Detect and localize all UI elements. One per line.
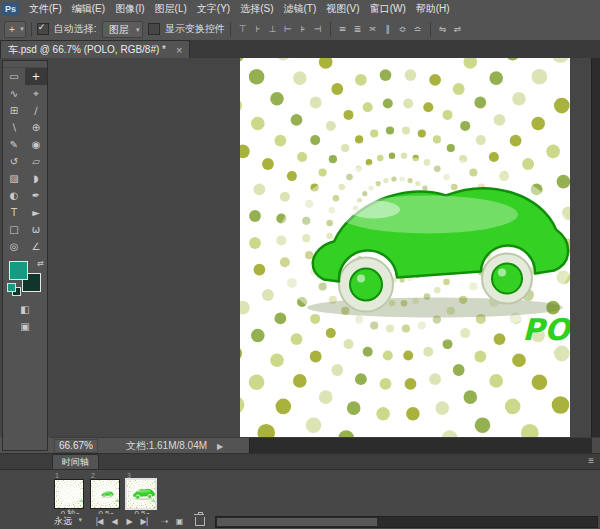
- menu-help[interactable]: 帮助(H): [411, 0, 455, 18]
- tool-preset-picker[interactable]: +: [4, 21, 26, 38]
- ruler-tool[interactable]: ∠: [25, 238, 47, 255]
- timeline-frame-3[interactable]: 3PO0.5: [126, 472, 158, 518]
- eraser-tool[interactable]: ▱: [25, 153, 47, 170]
- menu-image[interactable]: 图像(I): [110, 0, 149, 18]
- distribute-top-edges-icon[interactable]: ≡: [336, 22, 350, 37]
- options-separator: [330, 22, 331, 37]
- shape-tool[interactable]: □: [3, 221, 25, 238]
- delete-frame-button[interactable]: [195, 517, 205, 526]
- transport-controls: |◀◀▶▶|: [93, 517, 150, 526]
- distribute-horizontal-centers-icon[interactable]: ≎: [396, 22, 410, 37]
- slice-tool[interactable]: ∕: [25, 102, 47, 119]
- align-icon-group: ⊤⊦⊥⊢⊧⊣: [236, 22, 325, 37]
- lasso-tool[interactable]: ∿: [3, 85, 25, 102]
- align-bottom-edges-icon[interactable]: ⊥: [266, 22, 280, 37]
- duplicate-frame-button[interactable]: ▣: [173, 517, 185, 526]
- hand-tool[interactable]: ω: [25, 221, 47, 238]
- vertical-scrollbar[interactable]: [591, 58, 600, 437]
- tools-panel-grip[interactable]: [3, 61, 47, 68]
- document-tab[interactable]: 车.psd @ 66.7% (POLO, RGB/8#) * ×: [0, 40, 190, 58]
- first-frame-button[interactable]: |◀: [93, 517, 105, 526]
- align-horizontal-centers-icon[interactable]: ⊧: [296, 22, 310, 37]
- 3d-mode-icon[interactable]: ⇌: [451, 22, 465, 37]
- show-transform-checkbox[interactable]: [148, 23, 160, 35]
- quick-selection-tool[interactable]: ⌖: [25, 85, 47, 102]
- zoom-tool[interactable]: ◎: [3, 238, 25, 255]
- canvas-area[interactable]: PO: [50, 58, 592, 437]
- scrollbar-corner: [592, 438, 600, 454]
- menu-filter[interactable]: 滤镜(T): [279, 0, 322, 18]
- svg-text:PO: PO: [115, 500, 119, 503]
- crop-tool[interactable]: ⊞: [3, 102, 25, 119]
- svg-text:PO: PO: [79, 500, 83, 503]
- tools-panel: ▭+∿⌖⊞∕∖⊕✎◉↺▱▨◗◐✒T►□ω◎∠ ⇄ ◧▣: [2, 60, 48, 451]
- timeline-scrollbar-thumb[interactable]: [217, 518, 377, 526]
- gradient-tool[interactable]: ▨: [3, 170, 25, 187]
- pen-tool[interactable]: ✒: [25, 187, 47, 204]
- timeline-tab[interactable]: 时间轴: [52, 454, 99, 469]
- frame-thumbnail[interactable]: PO: [54, 479, 84, 509]
- distribute-vertical-centers-icon[interactable]: ≣: [351, 22, 365, 37]
- distribute-bottom-edges-icon[interactable]: ≍: [366, 22, 380, 37]
- auto-select-checkbox[interactable]: [37, 23, 49, 35]
- play-button[interactable]: ▶: [123, 517, 135, 526]
- path-selection-tool[interactable]: ►: [25, 204, 47, 221]
- menu-layer[interactable]: 图层(L): [150, 0, 192, 18]
- timeline-panel: 时间轴 ≡ 1PO0 秒2PO0.53PO0.5 永远 |◀◀▶▶| ⇢▣: [0, 453, 600, 529]
- options-bar: + 自动选择: 图层 显示变换控件 ⊤⊦⊥⊢⊧⊣ ≡≣≍∥≎≏ ⇋⇌: [0, 18, 600, 41]
- quick-mask-mode-button[interactable]: ◧: [3, 301, 47, 318]
- eyedropper-tool[interactable]: ∖: [3, 119, 25, 136]
- frame-thumbnail[interactable]: PO: [126, 479, 156, 509]
- frame-thumbnail[interactable]: PO: [90, 479, 120, 509]
- brush-tool[interactable]: ✎: [3, 136, 25, 153]
- frame-action-controls: ⇢▣: [158, 517, 185, 526]
- dodge-tool[interactable]: ◐: [3, 187, 25, 204]
- show-transform-label: 显示变换控件: [165, 22, 225, 36]
- photoshop-logo: Ps: [2, 2, 19, 16]
- document-size-info: 文档:1.61M/8.04M: [126, 439, 207, 453]
- status-menu-arrow-icon[interactable]: ▶: [217, 442, 223, 451]
- timeline-frame-1[interactable]: 1PO0 秒: [54, 472, 86, 518]
- timeline-scrollbar[interactable]: [215, 516, 598, 528]
- align-right-edges-icon[interactable]: ⊣: [311, 22, 325, 37]
- align-top-edges-icon[interactable]: ⊤: [236, 22, 250, 37]
- menu-file[interactable]: 文件(F): [24, 0, 67, 18]
- distribute-right-edges-icon[interactable]: ≏: [411, 22, 425, 37]
- timeline-panel-menu-icon[interactable]: ≡: [588, 455, 594, 466]
- loop-count-dropdown[interactable]: 永远: [54, 515, 83, 528]
- frame-number: 3: [126, 472, 158, 479]
- menu-type[interactable]: 文字(Y): [192, 0, 235, 18]
- foreground-color-swatch[interactable]: [9, 261, 28, 280]
- history-brush-tool[interactable]: ↺: [3, 153, 25, 170]
- move-tool-icon: +: [9, 24, 15, 35]
- rectangular-marquee-tool[interactable]: ▭: [3, 68, 25, 85]
- tab-close-icon[interactable]: ×: [176, 45, 182, 55]
- auto-align-layers-icon[interactable]: ⇋: [436, 22, 450, 37]
- next-frame-button[interactable]: ▶|: [138, 517, 150, 526]
- spot-healing-brush-tool[interactable]: ⊕: [25, 119, 47, 136]
- toolbar-bottom-icons: ◧▣: [3, 301, 47, 335]
- auto-select-target-dropdown[interactable]: 图层: [102, 21, 143, 38]
- screen-mode-button[interactable]: ▣: [3, 318, 47, 335]
- timeline-frame-2[interactable]: 2PO0.5: [90, 472, 122, 518]
- clone-stamp-tool[interactable]: ◉: [25, 136, 47, 153]
- menu-select[interactable]: 选择(S): [235, 0, 278, 18]
- distribute-left-edges-icon[interactable]: ∥: [381, 22, 395, 37]
- blur-tool[interactable]: ◗: [25, 170, 47, 187]
- tween-button[interactable]: ⇢: [158, 517, 170, 526]
- menu-window[interactable]: 窗口(W): [365, 0, 411, 18]
- move-tool[interactable]: +: [25, 68, 47, 85]
- type-tool[interactable]: T: [3, 204, 25, 221]
- menu-view[interactable]: 视图(V): [321, 0, 364, 18]
- menu-edit[interactable]: 编辑(E): [67, 0, 110, 18]
- swap-colors-icon[interactable]: ⇄: [37, 259, 44, 268]
- zoom-level-field[interactable]: 66.67%: [54, 439, 98, 453]
- timeline-controls: 永远 |◀◀▶▶| ⇢▣: [0, 514, 600, 529]
- align-vertical-centers-icon[interactable]: ⊦: [251, 22, 265, 37]
- align-left-edges-icon[interactable]: ⊢: [281, 22, 295, 37]
- default-colors-icon[interactable]: [7, 283, 16, 292]
- horizontal-scrollbar[interactable]: [249, 438, 592, 454]
- previous-frame-button[interactable]: ◀: [108, 517, 120, 526]
- status-bar: 66.67% 文档:1.61M/8.04M ▶: [50, 437, 600, 454]
- svg-text:PO: PO: [522, 312, 570, 347]
